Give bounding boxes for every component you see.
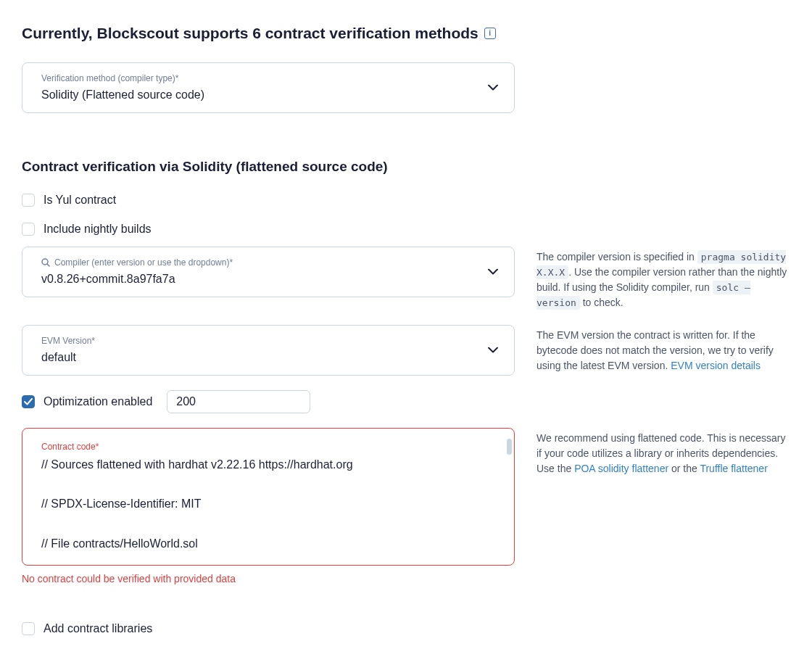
evm-version-label: EVM Version* [41, 334, 501, 347]
section-title: Contract verification via Solidity (flat… [22, 157, 790, 178]
add-libraries-checkbox[interactable] [22, 622, 35, 635]
search-icon [41, 258, 50, 267]
is-yul-checkbox[interactable] [22, 194, 35, 207]
scrollbar-thumb[interactable] [507, 439, 512, 455]
contract-code-field[interactable]: Contract code* // Sources flattened with… [22, 428, 515, 566]
svg-line-1 [47, 264, 49, 266]
chevron-down-icon [488, 84, 498, 91]
evm-version-value: default [41, 349, 501, 366]
code-help: We recommend using flattened code. This … [536, 428, 790, 476]
nightly-label: Include nightly builds [44, 220, 152, 238]
compiler-help: The compiler version is specified in pra… [536, 247, 790, 310]
info-icon[interactable]: i [484, 28, 496, 39]
optimization-checkbox[interactable] [22, 395, 35, 408]
page-heading: Currently, Blockscout supports 6 contrac… [22, 22, 790, 45]
add-libraries-label: Add contract libraries [44, 620, 152, 637]
contract-code-error: No contract could be verified with provi… [22, 571, 515, 587]
verification-method-label: Verification method (compiler type)* [41, 72, 501, 85]
nightly-checkbox[interactable] [22, 223, 35, 236]
evm-help: The EVM version the contract is written … [536, 325, 790, 373]
is-yul-label: Is Yul contract [44, 191, 116, 209]
chevron-down-icon [488, 347, 498, 354]
compiler-value: v0.8.26+commit.8a97fa7a [41, 270, 501, 288]
optimization-label: Optimization enabled [44, 393, 152, 410]
evm-version-details-link[interactable]: EVM version details [671, 360, 761, 371]
evm-version-select[interactable]: EVM Version* default [22, 325, 515, 376]
verification-method-select[interactable]: Verification method (compiler type)* Sol… [22, 62, 515, 113]
compiler-select[interactable]: Compiler (enter version or use the dropd… [22, 247, 515, 297]
poa-flattener-link[interactable]: POA solidity flattener [574, 463, 668, 474]
chevron-down-icon [488, 269, 498, 276]
contract-code-value: // Sources flattened with hardhat v2.22.… [41, 455, 501, 553]
compiler-label: Compiler (enter version or use the dropd… [41, 256, 501, 269]
truffle-flattener-link[interactable]: Truffle flattener [700, 463, 767, 474]
optimization-runs-input[interactable] [167, 390, 310, 413]
heading-text: Currently, Blockscout supports 6 contrac… [22, 22, 478, 45]
verification-method-value: Solidity (Flattened source code) [41, 86, 501, 104]
contract-code-label: Contract code* [41, 440, 501, 453]
